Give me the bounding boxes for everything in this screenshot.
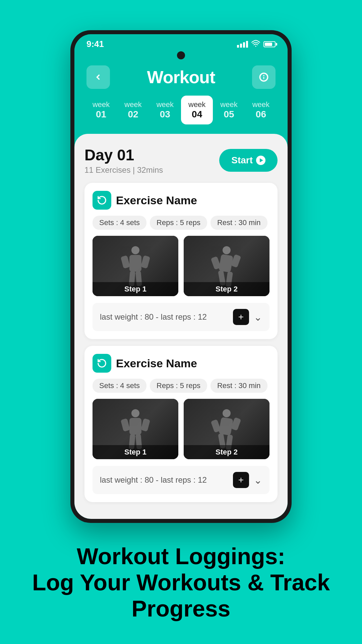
svg-rect-11 [219,254,233,272]
tag-sets-2: Sets : 4 sets [93,379,146,393]
camera-dot [177,51,185,59]
footer-actions-2: + ⌄ [233,472,262,488]
exercise-images-1: Step 1 [93,236,269,296]
exercise-header-2: Exercise Name [93,354,269,373]
svg-rect-7 [141,255,150,269]
play-icon [256,156,265,165]
svg-point-0 [255,46,256,47]
wifi-icon [251,40,260,49]
exercise-footer-2: last weight : 80 - last reps : 12 + ⌄ [93,466,269,494]
svg-rect-5 [129,255,141,272]
status-time: 9:41 [86,39,104,49]
exercise-footer-1: last weight : 80 - last reps : 12 + ⌄ [93,303,269,331]
tag-rest-2: Rest : 30 min [210,379,267,393]
svg-point-16 [131,409,139,417]
exercise-header-1: Exercise Name [93,191,269,210]
tag-reps-1: Reps : 5 reps [150,216,207,230]
day-title: Day 01 [84,146,163,164]
step2-label-1: Step 2 [184,282,269,296]
step1-label-2: Step 1 [93,445,178,459]
svg-point-4 [131,246,139,254]
tag-sets-1: Sets : 4 sets [93,216,146,230]
phone-screen: 9:41 [74,34,288,519]
camera-area [74,51,288,62]
day-header: Day 01 11 Exercises | 32mins Start [84,146,278,175]
day-subtitle: 11 Exercises | 32mins [84,165,163,175]
back-button[interactable] [86,65,110,89]
exercise-img-step1-1[interactable]: Step 1 [93,236,178,296]
exercise-name-2: Exercise Name [116,357,197,370]
exercise-img-step2-2[interactable]: Step 2 [184,399,269,459]
week-item-03[interactable]: week 03 [149,96,181,124]
svg-rect-17 [129,418,141,435]
exercise-img-step1-2[interactable]: Step 1 [93,399,178,459]
bottom-heading: Workout Loggings: Log Your Workouts & Tr… [32,543,330,622]
footer-actions-1: + ⌄ [233,309,262,325]
tag-reps-2: Reps : 5 reps [150,379,207,393]
svg-point-22 [223,409,231,417]
week-selector: week 01 week 02 week 03 week 04 week 05 … [74,96,288,134]
exercise-img-step2-1[interactable]: Step 2 [184,236,269,296]
footer-text-1: last weight : 80 - last reps : 12 [100,312,207,322]
exercise-name-1: Exercise Name [116,194,197,207]
exercise-tags-2: Sets : 4 sets Reps : 5 reps Rest : 30 mi… [93,379,269,393]
status-bar: 9:41 [74,34,288,51]
bottom-text: Workout Loggings: Log Your Workouts & Tr… [12,543,350,644]
page-title: Workout [147,67,215,87]
add-log-button-1[interactable]: + [233,309,249,325]
svg-rect-24 [210,419,221,433]
footer-text-2: last weight : 80 - last reps : 12 [100,475,207,485]
exercise-card-2: Exercise Name Sets : 4 sets Reps : 5 rep… [84,346,278,502]
svg-rect-12 [210,256,221,270]
svg-rect-18 [121,418,130,432]
phone-shell: 9:41 [70,30,292,523]
exercise-icon-2 [93,354,111,373]
expand-button-1[interactable]: ⌄ [254,311,262,323]
content-area: Day 01 11 Exercises | 32mins Start [74,134,288,519]
step1-label-1: Step 1 [93,282,178,296]
add-log-button-2[interactable]: + [233,472,249,488]
exercise-card-1: Exercise Name Sets : 4 sets Reps : 5 rep… [84,183,278,339]
info-button[interactable] [252,65,276,89]
week-item-02[interactable]: week 02 [117,96,149,124]
week-item-06[interactable]: week 06 [245,96,277,124]
exercise-tags-1: Sets : 4 sets Reps : 5 reps Rest : 30 mi… [93,216,269,230]
battery-icon [263,41,276,47]
svg-point-10 [223,246,231,254]
tag-rest-1: Rest : 30 min [210,216,267,230]
expand-button-2[interactable]: ⌄ [254,474,262,486]
start-button[interactable]: Start [219,149,278,172]
week-item-01[interactable]: week 01 [85,96,117,124]
step2-label-2: Step 2 [184,445,269,459]
svg-rect-23 [219,417,233,435]
status-icons [237,40,276,49]
day-info: Day 01 11 Exercises | 32mins [84,146,163,175]
week-item-05[interactable]: week 05 [213,96,245,124]
app-header: Workout [74,62,288,96]
svg-rect-19 [141,418,150,432]
exercise-icon-1 [93,191,111,210]
signal-icon [237,41,248,48]
exercise-images-2: Step 1 [93,399,269,459]
svg-rect-6 [121,255,130,269]
week-item-04[interactable]: week 04 [181,96,213,124]
